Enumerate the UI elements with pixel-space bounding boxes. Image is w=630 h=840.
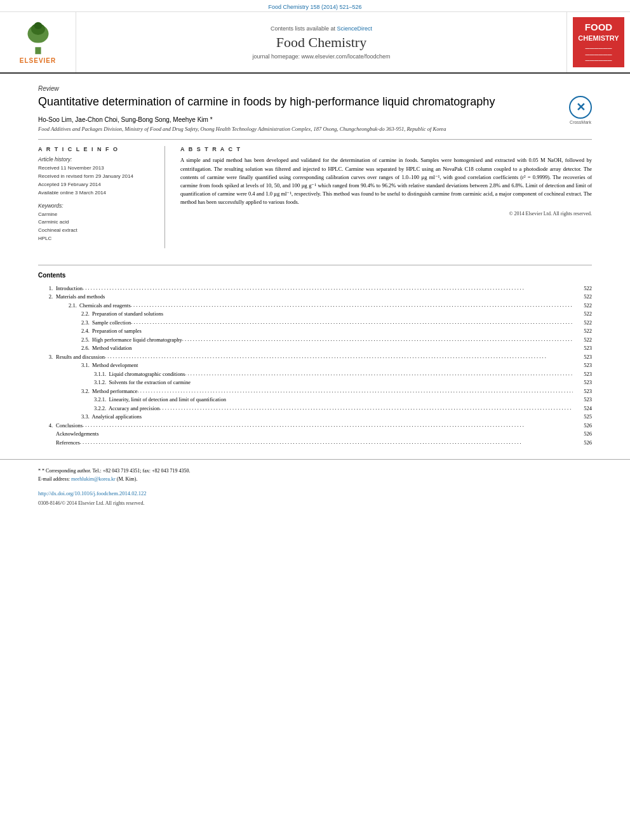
doi-link[interactable]: http://dx.doi.org/10.1016/j.foodchem.201… [38,490,147,497]
keywords-heading: Keywords: [38,203,154,209]
email-label: E-mail address: [38,476,70,482]
footnotes: * * Corresponding author. Tel.: +82 043 … [0,459,630,488]
abstract-text: A simple and rapid method has been devel… [180,156,592,206]
journal-header: ELSEVIER Contents lists available at Sci… [0,12,630,74]
article-info-abstract: A R T I C L E I N F O Article history: R… [38,139,592,248]
toc-item-3-2: 3.2. Method performance 523 [38,387,592,396]
history-heading: Article history: [38,156,154,163]
email-line: E-mail address: meehlukim@korea.kr (M. K… [38,476,592,484]
authors-line: Ho-Soo Lim, Jae-Chon Choi, Sung-Bong Son… [38,116,592,123]
abstract-heading: A B S T R A C T [180,146,592,152]
svg-point-4 [34,22,42,29]
article-info-heading: A R T I C L E I N F O [38,146,154,152]
fc-logo-decorative-lines: —————————————————— [578,45,619,63]
article-type-label: Review [38,85,592,92]
keyword-1: Carmine [38,211,154,219]
doi-line: http://dx.doi.org/10.1016/j.foodchem.201… [0,488,630,499]
svg-rect-0 [35,47,41,54]
footnote-star-line: * * Corresponding author. Tel.: +82 043 … [38,467,592,476]
toc-item-3-1-2: 3.1.2. Solvents for the extraction of ca… [38,378,592,387]
affiliation-text: Food Additives and Packages Division, Mi… [38,126,592,133]
toc-item-2: 2. Materials and methods 522 [38,292,592,301]
toc-item-2-1: 2.1. Chemicals and reagents 522 [38,301,592,310]
toc-list: 1. Introduction 522 2. Materials and met… [38,284,592,447]
received-date: Received 11 November 2013 [38,164,154,173]
toc-item-2-5: 2.5. High performance liquid chromatogra… [38,335,592,344]
page: Food Chemistry 158 (2014) 521–526 ELSEVI… [0,0,630,840]
corresponding-author-text: * Corresponding author. Tel.: +82 043 71… [42,468,190,474]
article-history: Received 11 November 2013 Received in re… [38,164,154,197]
toc-item-references: References 526 [38,438,592,447]
issn-line: 0308-8146/© 2014 Elsevier Ltd. All right… [0,499,630,511]
toc-item-2-3: 2.3. Sample collection 522 [38,318,592,327]
abstract-column: A B S T R A C T A simple and rapid metho… [180,146,592,248]
toc-item-1: 1. Introduction 522 [38,284,592,293]
keyword-2: Carminic acid [38,218,154,227]
toc-item-3-3: 3.3. Analytical applications 525 [38,412,592,421]
email-link[interactable]: meehlukim@korea.kr [71,476,116,482]
fc-logo-food-text: FOOD [578,21,619,34]
homepage-text[interactable]: journal homepage: www.elsevier.com/locat… [252,53,390,60]
toc-item-2-6: 2.6. Method validation 523 [38,343,592,352]
accepted-date: Accepted 19 February 2014 [38,181,154,189]
fc-logo: FOOD CHEMISTRY —————————————————— [573,17,624,67]
fc-logo-chemistry-text: CHEMISTRY [578,34,619,43]
available-date: Available online 3 March 2014 [38,189,154,197]
article-info-column: A R T I C L E I N F O Article history: R… [38,146,165,248]
food-chemistry-logo-box: FOOD CHEMISTRY —————————————————— [566,12,630,72]
copyright-line: © 2014 Elsevier Ltd. All rights reserved… [180,211,592,217]
email-after: (M. Kim). [117,476,138,482]
toc-item-3-2-1: 3.2.1. Linearity, limit of detection and… [38,395,592,404]
elsevier-wordmark: ELSEVIER [20,57,56,64]
main-content: Review ✕ CrossMark Quantitative determin… [0,74,630,260]
journal-ref-bar: Food Chemistry 158 (2014) 521–526 [0,0,630,12]
toc-item-2-2: 2.2. Preparation of standard solutions 5… [38,309,592,318]
toc-item-acknowledgements: Acknowledgements 526 [38,429,592,438]
sciencedirect-line: Contents lists available at ScienceDirec… [271,25,372,32]
crossmark-label: CrossMark [569,120,592,124]
toc-item-3-1: 3.1. Method development 523 [38,361,592,370]
crossmark-badge: ✕ CrossMark [569,96,592,124]
elsevier-logo: ELSEVIER [0,12,76,72]
toc-item-3: 3. Results and discussion 523 [38,352,592,361]
sciencedirect-link[interactable]: ScienceDirect [337,25,373,32]
toc-item-3-2-2: 3.2.2. Accuracy and precision 524 [38,404,592,413]
revised-date: Received in revised form 29 January 2014 [38,173,154,181]
journal-title-display: Food Chemistry [276,34,366,51]
crossmark-icon: ✕ [569,96,592,119]
journal-ref-text: Food Chemistry 158 (2014) 521–526 [268,4,361,10]
elsevier-tree-icon [16,21,60,56]
journal-center-header: Contents lists available at ScienceDirec… [76,12,566,72]
keywords-list: Carmine Carminic acid Cochineal extract … [38,211,154,243]
contents-heading: Contents [38,272,592,279]
toc-item-3-1-1: 3.1.1. Liquid chromatographic conditions… [38,370,592,378]
toc-item-4: 4. Conclusions 526 [38,421,592,430]
authors-text: Ho-Soo Lim, Jae-Chon Choi, Sung-Bong Son… [38,116,213,123]
article-title: Quantitative determination of carmine in… [38,95,592,109]
keyword-3: Cochineal extract [38,227,154,235]
toc-item-2-4: 2.4. Preparation of samples 522 [38,326,592,335]
journal-homepage: journal homepage: www.elsevier.com/locat… [252,53,390,60]
contents-section: Contents 1. Introduction 522 2. Material… [0,272,630,447]
section-divider [38,265,592,265]
keyword-4: HPLC [38,235,154,243]
